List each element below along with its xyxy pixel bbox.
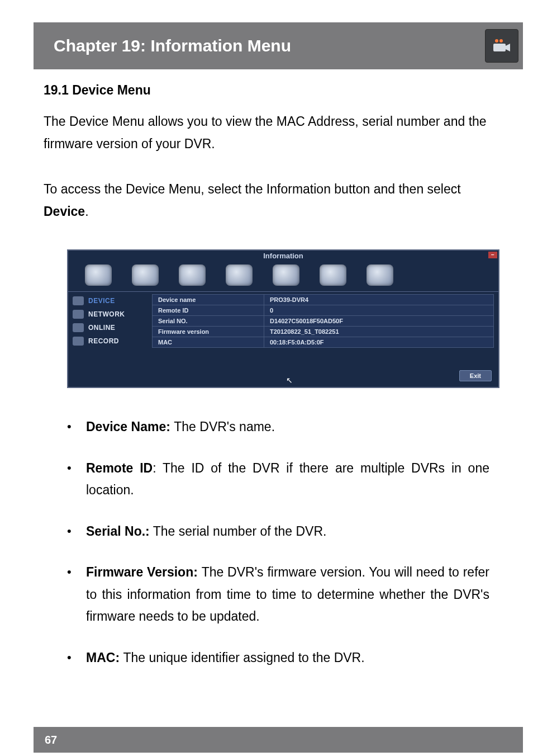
row-label: Firmware version	[153, 327, 264, 337]
menu-icon-4[interactable]	[226, 264, 253, 286]
paragraph-2: To access the Device Menu, select the In…	[44, 178, 489, 223]
menu-icon-6[interactable]	[320, 264, 346, 286]
definition: The serial number of the DVR.	[150, 524, 327, 538]
table-row: Remote ID0	[153, 305, 494, 316]
sidebar-label: DEVICE	[88, 297, 115, 305]
row-value: PRO39-DVR4	[264, 295, 494, 305]
menu-icon-1[interactable]	[85, 264, 112, 286]
sidebar-item-record[interactable]: RECORD	[68, 334, 152, 348]
term: Firmware Version:	[86, 565, 202, 579]
dvr-screenshot: Information − DEVICE NETWORK ONLINE RECO…	[67, 249, 499, 388]
record-icon	[73, 337, 84, 346]
sidebar-item-device[interactable]: DEVICE	[68, 294, 152, 308]
page-footer: 67	[34, 727, 523, 753]
sidebar: DEVICE NETWORK ONLINE RECORD	[68, 292, 152, 387]
cursor-icon: ↖	[286, 376, 293, 385]
row-value: D14027C50018F50AD50F	[264, 316, 494, 327]
table-row: MAC00:18:F5:0A:D5:0F	[153, 337, 494, 348]
sidebar-label: RECORD	[88, 337, 119, 345]
row-label: MAC	[153, 337, 264, 348]
para2-part-b: Device	[44, 204, 85, 219]
top-icon-row	[68, 261, 498, 291]
row-label: Device name	[153, 295, 264, 305]
sidebar-item-online[interactable]: ONLINE	[68, 321, 152, 334]
menu-icon-3[interactable]	[179, 264, 206, 286]
list-item: Serial No.: The serial number of the DVR…	[64, 521, 489, 543]
row-value: T20120822_51_T082251	[264, 327, 494, 337]
network-icon	[73, 310, 84, 319]
window-title: Information	[263, 252, 303, 260]
page-number: 67	[34, 734, 57, 746]
row-value: 0	[264, 305, 494, 316]
menu-icon-5[interactable]	[273, 264, 299, 286]
term: Serial No.:	[86, 524, 150, 538]
svg-point-1	[499, 39, 503, 42]
para2-part-a: To access the Device Menu, select the In…	[44, 182, 461, 196]
chapter-title: Chapter 19: Information Menu	[34, 36, 291, 55]
term: Device Name:	[86, 419, 174, 434]
close-icon[interactable]: −	[488, 252, 497, 258]
row-value: 00:18:F5:0A:D5:0F	[264, 337, 494, 348]
exit-button[interactable]: Exit	[459, 370, 492, 381]
menu-icon-2[interactable]	[132, 264, 159, 286]
sidebar-label: NETWORK	[88, 310, 125, 318]
list-item: Firmware Version: The DVR's firmware ver…	[64, 561, 489, 628]
definition: The DVR's name.	[174, 419, 275, 434]
table-row: Serial NO.D14027C50018F50AD50F	[153, 316, 494, 327]
camera-icon	[485, 29, 518, 63]
info-icon	[73, 296, 84, 305]
chapter-header: Chapter 19: Information Menu	[34, 22, 523, 69]
table-row: Device namePRO39-DVR4	[153, 295, 494, 305]
term: Remote ID	[86, 461, 153, 475]
section-heading: 19.1 Device Menu	[44, 83, 489, 98]
row-label: Remote ID	[153, 305, 264, 316]
definition: The unique identifier assigned to the DV…	[123, 650, 364, 665]
svg-rect-2	[493, 44, 506, 51]
sidebar-label: ONLINE	[88, 324, 115, 332]
svg-point-0	[495, 39, 498, 42]
para2-part-c: .	[85, 204, 88, 219]
menu-icon-7[interactable]	[367, 264, 393, 286]
term: MAC:	[86, 650, 123, 665]
table-row: Firmware versionT20120822_51_T082251	[153, 327, 494, 337]
list-item: Device Name: The DVR's name.	[64, 416, 489, 438]
row-label: Serial NO.	[153, 316, 264, 327]
sidebar-item-network[interactable]: NETWORK	[68, 308, 152, 321]
definition-list: Device Name: The DVR's name. Remote ID: …	[44, 388, 489, 669]
info-table: Device namePRO39-DVR4 Remote ID0 Serial …	[152, 294, 494, 348]
list-item: Remote ID: The ID of the DVR if there ar…	[64, 457, 489, 502]
list-item: MAC: The unique identifier assigned to t…	[64, 647, 489, 669]
online-icon	[73, 323, 84, 332]
paragraph-1: The Device Menu allows you to view the M…	[44, 110, 489, 155]
